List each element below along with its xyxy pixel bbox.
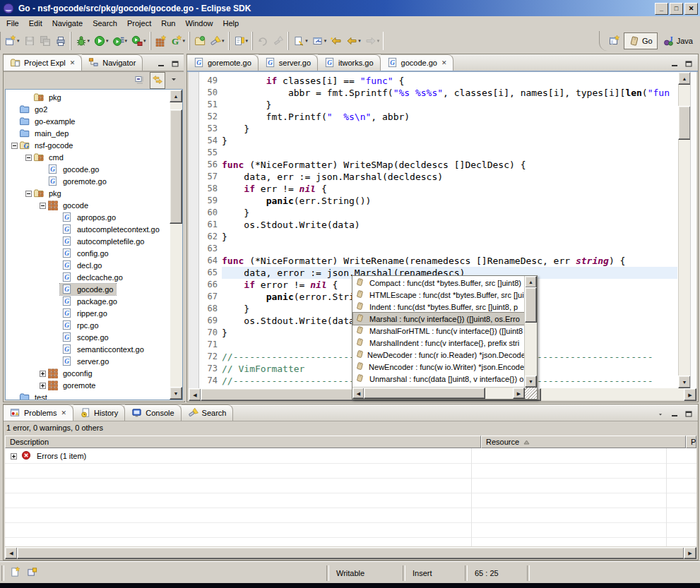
tree-item-server-go[interactable]: Gserver.go xyxy=(6,355,170,367)
editor-tab-gocode-go[interactable]: Ggocode.go✕ xyxy=(381,54,454,71)
scroll-left-icon[interactable]: ◀ xyxy=(5,547,18,559)
dropdown-arrow-icon[interactable]: ▾ xyxy=(222,38,225,44)
collapse-icon[interactable] xyxy=(11,142,18,148)
completion-item[interactable]: Indent : func(dst *bytes.Buffer, src []u… xyxy=(353,301,524,313)
editor-tab-goremote-go[interactable]: Ggoremote.go xyxy=(187,54,259,71)
dropdown-arrow-icon[interactable]: ▾ xyxy=(143,38,146,44)
annotation-ruler[interactable] xyxy=(189,72,199,388)
tree-item-decl-go[interactable]: Gdecl.go xyxy=(6,259,170,271)
editor-tab-itworks-go[interactable]: Gitworks.go xyxy=(318,54,381,71)
tree-item-go2[interactable]: go2 xyxy=(6,103,170,115)
perspective-go[interactable]: Go xyxy=(624,32,658,49)
scroll-left-icon[interactable]: ◀ xyxy=(189,388,201,401)
new-go-element-button[interactable]: G▾ xyxy=(169,32,188,49)
tree-item-goremote[interactable]: goremote xyxy=(6,379,170,391)
link-with-editor-button[interactable] xyxy=(150,72,165,89)
open-type-button[interactable] xyxy=(192,32,208,49)
tree-item-ripper-go[interactable]: Gripper.go xyxy=(6,307,170,319)
tree-item-apropos-go[interactable]: Gapropos.go xyxy=(6,211,170,223)
tree-item-main-dep[interactable]: main_dep xyxy=(6,127,170,139)
scroll-down-icon[interactable]: ▼ xyxy=(678,376,691,388)
tree-item-declcache-go[interactable]: Gdeclcache.go xyxy=(6,271,170,283)
overview-ruler[interactable] xyxy=(690,72,696,388)
scroll-right-icon[interactable]: ▶ xyxy=(684,547,696,559)
minimize-button[interactable]: _ xyxy=(655,3,668,15)
collapse-icon[interactable] xyxy=(40,202,46,208)
tree-item-pkg[interactable]: pkg xyxy=(6,91,170,103)
completion-item[interactable]: MarshalForHTML : func(v interface{}) ([]… xyxy=(353,325,524,337)
popup-resize-grip[interactable] xyxy=(525,388,537,399)
tree-scrollbar[interactable]: ▲ ▼ xyxy=(170,90,182,400)
menu-help[interactable]: Help xyxy=(218,18,244,29)
scroll-up-icon[interactable]: ▲ xyxy=(525,276,537,288)
tree-item-goremote-go[interactable]: Ggoremote.go xyxy=(6,175,170,187)
new-go-package-button[interactable] xyxy=(153,32,169,49)
new-wizard-button[interactable]: ▾ xyxy=(3,32,22,49)
menu-run[interactable]: Run xyxy=(156,18,180,29)
dropdown-arrow-icon[interactable]: ▾ xyxy=(246,38,249,44)
popup-horizontal-scrollbar[interactable]: ◀ ▶ xyxy=(352,387,525,399)
completion-item[interactable]: NewEncoder : func(w io.Writer) *json.Enc… xyxy=(353,361,524,373)
tree-item-pkg[interactable]: pkg xyxy=(6,187,170,199)
dropdown-arrow-icon[interactable]: ▾ xyxy=(377,38,380,44)
search-button[interactable]: ▾ xyxy=(208,32,227,49)
toggle-annotation-button[interactable]: ▾ xyxy=(232,32,251,49)
view-menu-button[interactable] xyxy=(167,73,183,88)
close-icon[interactable]: ✕ xyxy=(61,409,66,416)
tree-item-autocompletefile-go[interactable]: Gautocompletefile.go xyxy=(6,235,170,247)
minimize-view-button[interactable] xyxy=(155,59,167,68)
maximize-button[interactable]: □ xyxy=(670,3,683,15)
menu-window[interactable]: Window xyxy=(180,18,218,29)
tree-item-go-example[interactable]: go-example xyxy=(6,115,170,127)
expand-icon[interactable] xyxy=(11,452,17,459)
completion-item[interactable]: HTMLEscape : func(dst *bytes.Buffer, src… xyxy=(353,289,524,301)
collapse-icon[interactable] xyxy=(25,154,32,160)
minimize-view-button[interactable] xyxy=(669,59,680,68)
tree-item-goconfig[interactable]: goconfig xyxy=(6,367,170,379)
dropdown-arrow-icon[interactable]: ▾ xyxy=(183,38,186,44)
editor-vertical-scrollbar[interactable]: ▲ ▼ xyxy=(678,72,691,388)
problems-tab-search[interactable]: Search xyxy=(182,404,234,421)
menu-navigate[interactable]: Navigate xyxy=(47,18,88,29)
scroll-up-icon[interactable]: ▲ xyxy=(678,72,691,85)
dropdown-arrow-icon[interactable]: ▾ xyxy=(305,38,308,44)
back-to-last-edit-button[interactable] xyxy=(328,32,344,49)
back-button[interactable]: ▾ xyxy=(344,32,363,49)
problems-horizontal-scrollbar[interactable]: ◀ ▶ xyxy=(5,547,696,558)
close-button[interactable]: ✕ xyxy=(684,3,698,15)
expand-icon[interactable] xyxy=(40,382,46,388)
perspective-java[interactable]: JJava xyxy=(659,33,697,49)
scroll-thumb[interactable] xyxy=(678,106,691,140)
tree-item-cmd[interactable]: cmd xyxy=(6,151,170,163)
menu-file[interactable]: File xyxy=(1,18,24,29)
dropdown-arrow-icon[interactable]: ▾ xyxy=(358,38,361,44)
menu-project[interactable]: Project xyxy=(122,18,156,29)
scroll-up-icon[interactable]: ▲ xyxy=(170,90,182,102)
view-menu-icon[interactable] xyxy=(655,409,666,419)
tree-item-rpc-go[interactable]: Grpc.go xyxy=(6,319,170,331)
minimize-view-button[interactable] xyxy=(669,409,680,419)
dropdown-arrow-icon[interactable]: ▾ xyxy=(324,38,327,44)
editor-tab-server-go[interactable]: Gserver.go xyxy=(259,54,318,71)
completion-item[interactable]: Marshal : func(v interface{}) ([]uint8, … xyxy=(353,313,524,325)
problems-tab-problems[interactable]: Problems✕ xyxy=(4,404,73,421)
scroll-thumb[interactable] xyxy=(525,287,537,323)
problems-tab-console[interactable]: Console xyxy=(125,404,181,421)
scroll-right-icon[interactable]: ▶ xyxy=(684,388,696,401)
status-fast-view-button[interactable] xyxy=(10,567,21,579)
status-show-selected-element-button[interactable] xyxy=(27,567,38,579)
tree-item-autocompletecontext-go[interactable]: Gautocompletecontext.go xyxy=(6,223,170,235)
title-bar[interactable]: Go - nsf-gocode/src/pkg/gocode/gocode.go… xyxy=(0,0,700,16)
maximize-view-button[interactable] xyxy=(170,59,181,68)
tree-item-nsf-gocode[interactable]: Gnsf-gocode xyxy=(6,139,170,151)
scroll-right-icon[interactable]: ▶ xyxy=(513,388,525,399)
tree-item-gocode[interactable]: gocode xyxy=(6,199,170,211)
explorer-tab-navigator[interactable]: Navigator xyxy=(82,54,143,71)
scroll-down-icon[interactable]: ▼ xyxy=(525,376,537,388)
explorer-tab-project-expl[interactable]: Project Expl✕ xyxy=(4,54,82,71)
run-history-button[interactable]: ▾ xyxy=(111,32,130,49)
tree-item-test[interactable]: test xyxy=(6,391,170,400)
problems-tab-history[interactable]: History xyxy=(73,404,125,421)
collapse-all-button[interactable] xyxy=(132,72,148,89)
tree-item-semanticcontext-go[interactable]: Gsemanticcontext.go xyxy=(6,343,170,355)
